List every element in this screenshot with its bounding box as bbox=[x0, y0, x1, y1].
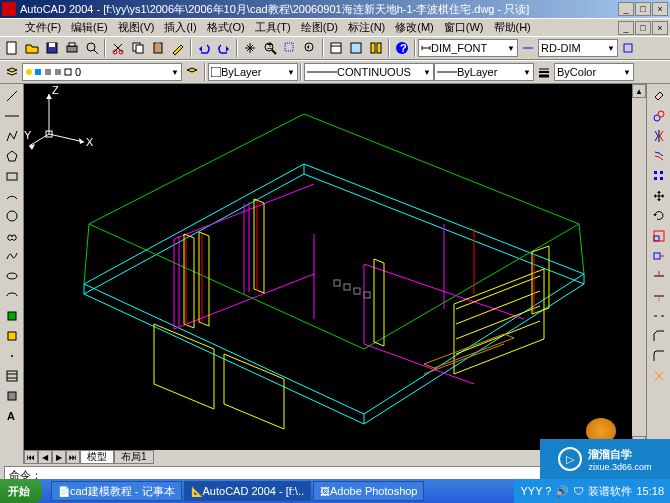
trim-button[interactable] bbox=[649, 267, 669, 285]
tool-palettes-button[interactable] bbox=[366, 38, 386, 58]
doc-close-button[interactable]: × bbox=[652, 21, 668, 35]
cut-button[interactable] bbox=[108, 38, 128, 58]
layer-combo[interactable]: 0▼ bbox=[22, 63, 182, 81]
menu-dimension[interactable]: 标注(N) bbox=[343, 18, 390, 37]
doc-restore-button[interactable]: □ bbox=[635, 21, 651, 35]
undo-button[interactable] bbox=[194, 38, 214, 58]
copy-obj-button[interactable] bbox=[649, 107, 669, 125]
svg-rect-31 bbox=[35, 69, 41, 75]
menu-format[interactable]: 格式(O) bbox=[202, 18, 250, 37]
task-item-notepad[interactable]: 📄 cad建模教程 - 记事本 bbox=[51, 481, 182, 501]
copy-button[interactable] bbox=[128, 38, 148, 58]
help-button[interactable]: ? bbox=[392, 38, 412, 58]
rotate-button[interactable] bbox=[649, 207, 669, 225]
system-tray[interactable]: YYY ? 🔊 🛡 装谱软件 15:18 bbox=[514, 479, 670, 503]
task-item-autocad[interactable]: 📐 AutoCAD 2004 - [f:\.. bbox=[184, 481, 312, 501]
tray-icon[interactable]: 🔊 bbox=[555, 485, 569, 498]
rectangle-button[interactable] bbox=[2, 167, 22, 185]
zoom-window-button[interactable] bbox=[280, 38, 300, 58]
pan-button[interactable] bbox=[240, 38, 260, 58]
plotcolor-combo[interactable]: ByColor▼ bbox=[554, 63, 634, 81]
drawing-viewport[interactable]: X Y Z ▲ ▼ ⏮ ◀ ▶ ⏭ 模型 布局1 ◀ ▶ bbox=[24, 84, 646, 464]
chamfer-button[interactable] bbox=[649, 327, 669, 345]
properties-button[interactable] bbox=[326, 38, 346, 58]
paste-button[interactable] bbox=[148, 38, 168, 58]
tab-prev-button[interactable]: ◀ bbox=[38, 450, 52, 464]
main-area: A bbox=[0, 84, 670, 464]
ellipse-arc-button[interactable] bbox=[2, 287, 22, 305]
polygon-button[interactable] bbox=[2, 147, 22, 165]
menu-edit[interactable]: 编辑(E) bbox=[66, 18, 113, 37]
circle-button[interactable] bbox=[2, 207, 22, 225]
mirror-button[interactable] bbox=[649, 127, 669, 145]
menu-file[interactable]: 文件(F) bbox=[20, 18, 66, 37]
line-button[interactable] bbox=[2, 87, 22, 105]
zoom-realtime-button[interactable]: ± bbox=[260, 38, 280, 58]
lineweight-combo[interactable]: ByLayer▼ bbox=[434, 63, 534, 81]
color-combo[interactable]: ByLayer▼ bbox=[208, 63, 298, 81]
offset-button[interactable] bbox=[649, 147, 669, 165]
revcloud-button[interactable] bbox=[2, 227, 22, 245]
menu-draw[interactable]: 绘图(D) bbox=[296, 18, 343, 37]
standard-toolbar: ± ? DIM_FONT▼ RD-DIM▼ bbox=[0, 36, 670, 60]
doc-minimize-button[interactable]: _ bbox=[618, 21, 634, 35]
tab-model[interactable]: 模型 bbox=[80, 450, 114, 464]
maximize-button[interactable]: □ bbox=[635, 2, 651, 16]
new-button[interactable] bbox=[2, 38, 22, 58]
point-button[interactable] bbox=[2, 347, 22, 365]
menu-view[interactable]: 视图(V) bbox=[113, 18, 160, 37]
ellipse-button[interactable] bbox=[2, 267, 22, 285]
menu-tools[interactable]: 工具(T) bbox=[250, 18, 296, 37]
insert-block-button[interactable] bbox=[2, 307, 22, 325]
fillet-button[interactable] bbox=[649, 347, 669, 365]
region-button[interactable] bbox=[2, 387, 22, 405]
preview-button[interactable] bbox=[82, 38, 102, 58]
save-button[interactable] bbox=[42, 38, 62, 58]
redo-button[interactable] bbox=[214, 38, 234, 58]
layer-prev-button[interactable] bbox=[182, 62, 202, 82]
array-button[interactable] bbox=[649, 167, 669, 185]
dim-name-combo[interactable]: RD-DIM▼ bbox=[538, 39, 618, 57]
dim-linear-button[interactable] bbox=[518, 38, 538, 58]
menu-help[interactable]: 帮助(H) bbox=[489, 18, 536, 37]
tab-next-button[interactable]: ▶ bbox=[52, 450, 66, 464]
makeblock-button[interactable] bbox=[2, 327, 22, 345]
task-item-photoshop[interactable]: 🖼 Adobe Photoshop bbox=[313, 481, 424, 501]
svg-point-45 bbox=[7, 273, 17, 279]
tab-last-button[interactable]: ⏭ bbox=[66, 450, 80, 464]
move-button[interactable] bbox=[649, 187, 669, 205]
dim-update-button[interactable] bbox=[618, 38, 638, 58]
zoom-prev-button[interactable] bbox=[300, 38, 320, 58]
lineweight-settings-button[interactable] bbox=[534, 62, 554, 82]
hatch-button[interactable] bbox=[2, 367, 22, 385]
dimstyle-combo[interactable]: DIM_FONT▼ bbox=[418, 39, 518, 57]
close-button[interactable]: × bbox=[652, 2, 668, 16]
menu-window[interactable]: 窗口(W) bbox=[439, 18, 489, 37]
tray-icon[interactable]: 🛡 bbox=[573, 485, 584, 497]
start-button[interactable]: 开始 bbox=[0, 479, 42, 503]
linetype-combo[interactable]: CONTINUOUS▼ bbox=[304, 63, 434, 81]
scale-button[interactable] bbox=[649, 227, 669, 245]
plot-button[interactable] bbox=[62, 38, 82, 58]
tab-layout1[interactable]: 布局1 bbox=[114, 450, 154, 464]
mtext-button[interactable]: A bbox=[2, 407, 22, 425]
explode-button[interactable] bbox=[649, 367, 669, 385]
design-center-button[interactable] bbox=[346, 38, 366, 58]
tab-first-button[interactable]: ⏮ bbox=[24, 450, 38, 464]
xline-button[interactable] bbox=[2, 107, 22, 125]
arc-button[interactable] bbox=[2, 187, 22, 205]
modify-toolbar bbox=[646, 84, 670, 464]
open-button[interactable] bbox=[22, 38, 42, 58]
minimize-button[interactable]: _ bbox=[618, 2, 634, 16]
layer-manager-button[interactable] bbox=[2, 62, 22, 82]
vertical-scrollbar[interactable]: ▲ ▼ bbox=[632, 84, 646, 450]
pline-button[interactable] bbox=[2, 127, 22, 145]
match-prop-button[interactable] bbox=[168, 38, 188, 58]
extend-button[interactable] bbox=[649, 287, 669, 305]
erase-button[interactable] bbox=[649, 87, 669, 105]
stretch-button[interactable] bbox=[649, 247, 669, 265]
menu-insert[interactable]: 插入(I) bbox=[159, 18, 201, 37]
break-button[interactable] bbox=[649, 307, 669, 325]
spline-button[interactable] bbox=[2, 247, 22, 265]
menu-modify[interactable]: 修改(M) bbox=[390, 18, 439, 37]
